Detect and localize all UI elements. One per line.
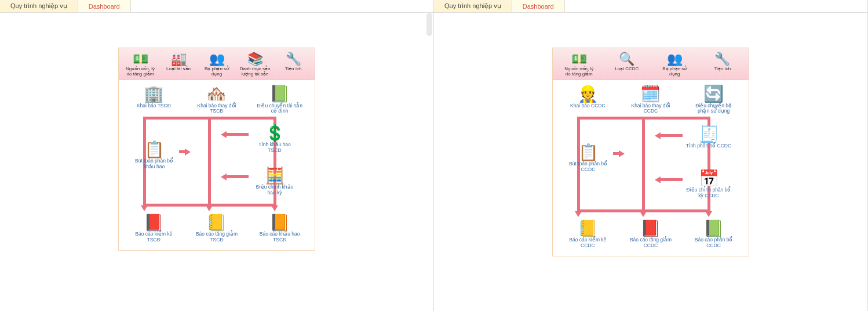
toolbar-label: Nguồn vốn, lý do tăng giảm — [123, 67, 158, 77]
toolbar-label: Tiện ích — [285, 67, 302, 72]
node-label: Khai báo CCDC — [570, 103, 605, 109]
node-label: Khai báo TSCĐ — [137, 103, 171, 109]
change-report-icon: 📒 — [206, 213, 228, 232]
node-allocation-entry[interactable]: 📋 Bút toán phân bổ CCDC — [562, 143, 614, 173]
allocation-report-icon: 📗 — [703, 219, 725, 237]
toolbar-asset-type-icon[interactable]: 🏭Loại tài sản — [159, 50, 198, 78]
node-change-tool-icon[interactable]: 🗓️Khai báo thay đổi CCDC — [625, 85, 677, 115]
node-inventory-report-icon[interactable]: 📕Báo cáo kiểm kê TSCĐ — [127, 213, 180, 243]
node-allocation-report-icon[interactable]: 📗Báo cáo phân bổ CCDC — [688, 219, 740, 249]
utility-icon: 🔧 — [283, 52, 303, 67]
panel-right: Quy trình nghiệp vụ Dashboard 💵Nguồn vốn… — [434, 0, 868, 311]
toolbar-label: Tiện ích — [714, 67, 731, 72]
node-change-report-icon[interactable]: 📕Báo cáo tăng giảm CCDC — [625, 219, 677, 249]
utility-icon: 🔧 — [713, 52, 732, 67]
toolbar-funding-icon[interactable]: 💵Nguồn vốn, lý do tăng giảm — [555, 50, 603, 78]
node-adjust-allocation[interactable]: 📅 Điều chỉnh phân bổ kỳ CCDC — [683, 169, 735, 199]
calc-allocation-icon: 🧾 — [698, 125, 720, 143]
toolbar-tool-type-icon[interactable]: 🔍Loại CCDC — [603, 50, 651, 78]
node-calc-depreciation[interactable]: 💲 Tính khấu hao TSCĐ — [249, 124, 301, 154]
catalog-icon: 📚 — [245, 52, 265, 67]
toolbar-department-icon[interactable]: 👥Bộ phận sử dụng — [198, 50, 236, 78]
declare-asset-icon: 🏢 — [143, 85, 165, 103]
change-asset-icon: 🏘️ — [206, 85, 228, 103]
tab-quy-trinh[interactable]: Quy trình nghiệp vụ — [0, 0, 78, 12]
panel-left: Quy trình nghiệp vụ Dashboard 💵Nguồn vốn… — [0, 0, 434, 311]
tab-dashboard[interactable]: Dashboard — [512, 0, 565, 12]
tab-dashboard[interactable]: Dashboard — [78, 0, 131, 12]
node-transfer-asset-icon[interactable]: 📗Điều chuyển tài sản cố định — [254, 85, 306, 115]
node-depreciation-report-icon[interactable]: 📙Báo cáo khấu hao TSCĐ — [254, 213, 306, 243]
node-label: Báo cáo kiểm kê TSCĐ — [130, 232, 177, 243]
node-calc-allocation[interactable]: 🧾 Tính phân bổ CCDC — [683, 125, 735, 149]
node-label: Báo cáo tăng giảm CCDC — [628, 237, 674, 249]
content-right: 💵Nguồn vốn, lý do tăng giảm🔍Loại CCDC👥Bộ… — [434, 13, 867, 311]
toolbar-ccdc: 💵Nguồn vốn, lý do tăng giảm🔍Loại CCDC👥Bộ… — [553, 48, 749, 80]
depreciation-report-icon: 📙 — [269, 213, 291, 232]
transfer-dept-icon: 🔄 — [703, 85, 725, 103]
toolbar-catalog-icon[interactable]: 📚Danh mục sản lượng tài sản — [236, 50, 274, 78]
calc-depreciation-icon: 💲 — [264, 124, 286, 142]
node-label: Báo cáo kiểm kê CCDC — [564, 237, 611, 249]
adjust-allocation-icon: 📅 — [698, 169, 720, 187]
toolbar-label: Nguồn vốn, lý do tăng giảm — [561, 67, 596, 77]
tab-quy-trinh[interactable]: Quy trình nghiệp vụ — [434, 0, 512, 12]
change-tool-icon: 🗓️ — [640, 85, 662, 103]
department-icon: 👥 — [665, 52, 684, 67]
tabbar: Quy trình nghiệp vụ Dashboard — [434, 0, 867, 13]
toolbar-label: Bộ phận sử dụng — [657, 67, 692, 77]
node-label: Khai báo thay đổi CCDC — [628, 103, 674, 115]
toolbar-tscd: 💵Nguồn vốn, lý do tăng giảm🏭Loại tài sản… — [119, 48, 315, 80]
tabbar: Quy trình nghiệp vụ Dashboard — [0, 0, 433, 13]
node-label: Báo cáo khấu hao TSCĐ — [257, 232, 303, 243]
node-allocation-entry[interactable]: 📋 Bút toán phân bổ khấu hao — [128, 140, 180, 170]
node-label: Khai báo thay đổi TSCĐ — [194, 103, 240, 115]
department-icon: 👥 — [207, 52, 227, 67]
node-adjust-depreciation[interactable]: 🧮 Điều chỉnh khấu hao kỳ — [249, 166, 301, 196]
toolbar-utility-icon[interactable]: 🔧Tiện ích — [274, 50, 312, 78]
node-label: Báo cáo phân bổ CCDC — [691, 237, 737, 249]
inventory-report-icon: 📕 — [143, 213, 165, 232]
toolbar-label: Bộ phận sử dụng — [199, 67, 234, 77]
funding-icon: 💵 — [569, 52, 589, 67]
asset-type-icon: 🏭 — [169, 52, 188, 67]
toolbar-label: Loại tài sản — [166, 67, 191, 72]
node-declare-tool-icon[interactable]: 👷Khai báo CCDC — [561, 85, 614, 115]
node-label: Điều chuyển tài sản cố định — [257, 103, 303, 115]
allocation-entry-icon: 📋 — [143, 140, 165, 158]
diagram-ccdc: 💵Nguồn vốn, lý do tăng giảm🔍Loại CCDC👥Bộ… — [552, 48, 749, 256]
adjust-depreciation-icon: 🧮 — [264, 166, 286, 185]
node-change-report-icon[interactable]: 📒Báo cáo tăng giảm TSCĐ — [191, 213, 243, 243]
node-label: Báo cáo tăng giảm TSCĐ — [194, 232, 240, 243]
content-left: 💵Nguồn vốn, lý do tăng giảm🏭Loại tài sản… — [0, 13, 433, 311]
declare-tool-icon: 👷 — [577, 85, 599, 103]
funding-icon: 💵 — [130, 52, 150, 67]
node-declare-asset-icon[interactable]: 🏢Khai báo TSCĐ — [127, 85, 180, 115]
toolbar-utility-icon[interactable]: 🔧Tiện ích — [699, 50, 747, 78]
tool-type-icon: 🔍 — [617, 52, 637, 67]
node-transfer-dept-icon[interactable]: 🔄Điều chuyển bộ phận sử dụng — [688, 85, 740, 115]
diagram-tscd: 💵Nguồn vốn, lý do tăng giảm🏭Loại tài sản… — [118, 48, 315, 251]
transfer-asset-icon: 📗 — [269, 85, 291, 103]
toolbar-label: Loại CCDC — [615, 67, 639, 72]
node-inventory-report-icon[interactable]: 📒Báo cáo kiểm kê CCDC — [561, 219, 614, 249]
node-label: Điều chuyển bộ phận sử dụng — [691, 103, 737, 115]
allocation-entry-icon: 📋 — [577, 143, 599, 161]
toolbar-department-icon[interactable]: 👥Bộ phận sử dụng — [651, 50, 699, 78]
change-report-icon: 📕 — [640, 219, 662, 237]
toolbar-label: Danh mục sản lượng tài sản — [238, 67, 272, 77]
node-change-asset-icon[interactable]: 🏘️Khai báo thay đổi TSCĐ — [191, 85, 243, 115]
inventory-report-icon: 📒 — [577, 219, 599, 237]
toolbar-funding-icon[interactable]: 💵Nguồn vốn, lý do tăng giảm — [121, 50, 159, 78]
